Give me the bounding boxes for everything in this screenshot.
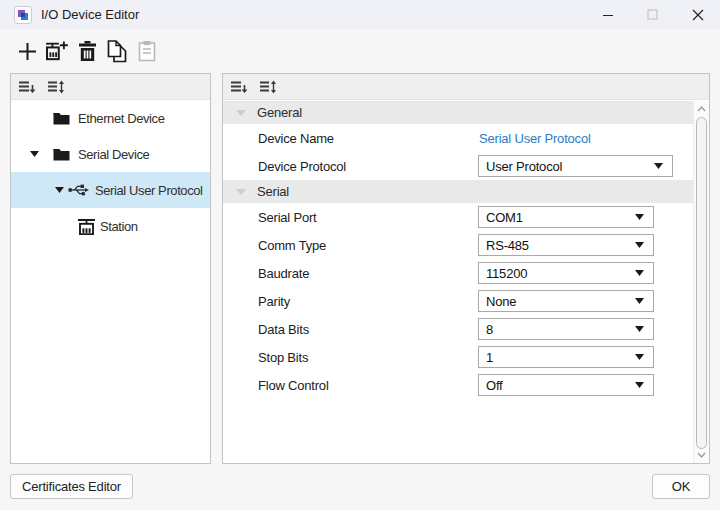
dropdown-value: 8 <box>486 322 493 337</box>
add-device-button[interactable] <box>16 40 38 62</box>
certificates-editor-button[interactable]: Certificates Editor <box>10 474 133 499</box>
expand-all-icon[interactable] <box>47 79 65 95</box>
property-row-serial-port: Serial PortCOM1 <box>223 203 693 231</box>
property-label: Parity <box>258 287 290 315</box>
property-label: Stop Bits <box>258 343 308 371</box>
expander-icon[interactable] <box>30 136 39 172</box>
stop-bits-dropdown[interactable]: 1 <box>478 346 654 368</box>
tree-item-serial-user-protocol[interactable]: Serial User Protocol <box>11 172 210 208</box>
delete-button[interactable] <box>76 40 98 62</box>
ok-button[interactable]: OK <box>652 474 710 499</box>
titlebar: I/O Device Editor <box>0 0 720 29</box>
property-row-baudrate: Baudrate115200 <box>223 259 693 287</box>
chevron-down-icon <box>654 156 663 176</box>
expander-icon[interactable] <box>55 172 64 208</box>
window-title: I/O Device Editor <box>41 7 139 22</box>
dropdown-value: COM1 <box>486 210 523 225</box>
maximize-button[interactable] <box>630 0 675 29</box>
flow-control-dropdown[interactable]: Off <box>478 374 654 396</box>
chevron-down-icon <box>635 347 644 367</box>
vertical-scrollbar[interactable] <box>693 101 709 463</box>
scroll-up-icon[interactable] <box>694 102 709 116</box>
serial-port-dropdown[interactable]: COM1 <box>478 206 654 228</box>
property-row-comm-type: Comm TypeRS-485 <box>223 231 693 259</box>
chevron-down-icon <box>635 291 644 311</box>
section-title: Serial <box>257 184 289 199</box>
property-label: Baudrate <box>258 259 309 287</box>
property-label: Data Bits <box>258 315 309 343</box>
tree-item-label: Ethernet Device <box>78 100 165 136</box>
app-logo-icon <box>14 6 32 24</box>
property-label: Flow Control <box>258 371 329 399</box>
dropdown-value: Off <box>486 378 503 393</box>
close-button[interactable] <box>675 0 720 29</box>
property-row-device-protocol: Device ProtocolUser Protocol <box>223 152 693 180</box>
main-toolbar <box>0 29 166 73</box>
device-name-link[interactable]: Serial User Protocol <box>479 124 591 152</box>
station-icon <box>77 208 96 244</box>
dropdown-value: None <box>486 294 516 309</box>
section-collapse-icon[interactable] <box>236 189 246 195</box>
tree-panel-toolbar <box>11 74 210 100</box>
property-label: Device Name <box>258 124 334 152</box>
folder-icon <box>53 136 70 172</box>
scrollbar-thumb[interactable] <box>696 117 707 449</box>
property-label: Device Protocol <box>258 152 346 180</box>
property-row-device-name: Device NameSerial User Protocol <box>223 124 693 152</box>
tree-item-label: Serial Device <box>78 136 149 172</box>
device-tree-panel: Ethernet DeviceSerial DeviceSerial User … <box>10 73 211 464</box>
section-collapse-icon[interactable] <box>236 110 246 116</box>
property-row-data-bits: Data Bits8 <box>223 315 693 343</box>
paste-button[interactable] <box>136 40 158 62</box>
tree-item-serial-device[interactable]: Serial Device <box>11 136 210 172</box>
property-label: Serial Port <box>258 203 317 231</box>
baudrate-dropdown[interactable]: 115200 <box>478 262 654 284</box>
tree-item-label: Serial User Protocol <box>95 172 203 208</box>
dropdown-value: RS-485 <box>486 238 529 253</box>
dropdown-value: 1 <box>486 350 493 365</box>
chevron-down-icon <box>635 375 644 395</box>
collapse-all-icon[interactable] <box>18 79 36 95</box>
tree-item-ethernet-device[interactable]: Ethernet Device <box>11 100 210 136</box>
chevron-down-icon <box>635 319 644 339</box>
property-row-flow-control: Flow ControlOff <box>223 371 693 399</box>
comm-type-dropdown[interactable]: RS-485 <box>478 234 654 256</box>
tree-item-label: Station <box>100 208 138 244</box>
chevron-down-icon <box>635 263 644 283</box>
chevron-down-icon <box>635 235 644 255</box>
copy-button[interactable] <box>106 40 128 62</box>
expand-all-icon[interactable] <box>259 79 277 95</box>
device-protocol-dropdown[interactable]: User Protocol <box>478 155 673 177</box>
section-header-serial[interactable]: Serial <box>223 180 693 203</box>
scroll-down-icon[interactable] <box>694 448 709 462</box>
property-row-stop-bits: Stop Bits1 <box>223 343 693 371</box>
properties-panel-toolbar <box>223 74 709 100</box>
dropdown-value: 115200 <box>486 266 527 281</box>
minimize-button[interactable] <box>585 0 630 29</box>
add-station-button[interactable] <box>46 40 68 62</box>
section-title: General <box>257 105 302 120</box>
parity-dropdown[interactable]: None <box>478 290 654 312</box>
data-bits-dropdown[interactable]: 8 <box>478 318 654 340</box>
property-row-parity: ParityNone <box>223 287 693 315</box>
usb-icon <box>68 172 90 208</box>
folder-icon <box>53 100 70 136</box>
collapse-all-icon[interactable] <box>230 79 248 95</box>
tree-item-station[interactable]: Station <box>11 208 210 244</box>
section-header-general[interactable]: General <box>223 101 693 124</box>
chevron-down-icon <box>635 207 644 227</box>
properties-panel: GeneralDevice NameSerial User ProtocolDe… <box>222 73 710 464</box>
property-label: Comm Type <box>258 231 326 259</box>
dropdown-value: User Protocol <box>486 159 562 174</box>
